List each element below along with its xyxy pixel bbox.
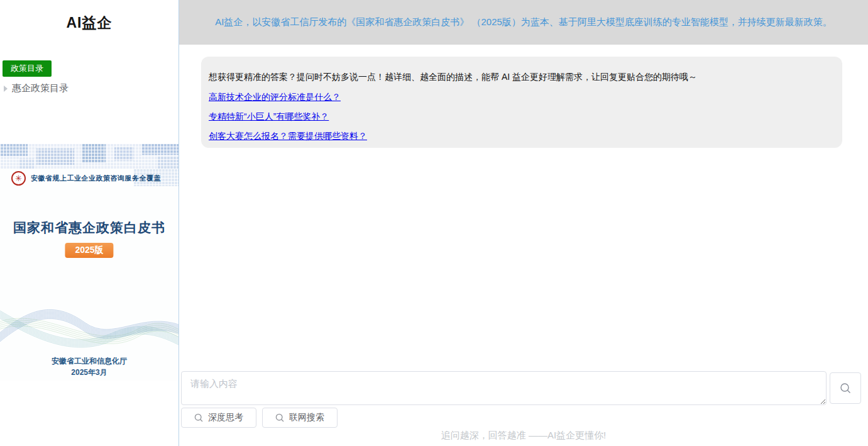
cover-tagline-row: ✳ 安徽省规上工业企业政策咨询服务全覆盖 <box>11 171 161 186</box>
announcement-banner: AI益企，以安徽省工信厅发布的《国家和省惠企政策白皮书》 （2025版）为蓝本、… <box>179 0 868 45</box>
suggested-question-link[interactable]: 专精特新“小巨人”有哪些奖补？ <box>209 111 835 123</box>
tree-item-label: 惠企政策目录 <box>12 82 69 94</box>
search-icon <box>194 413 204 423</box>
wave-decoration <box>0 291 179 362</box>
mosaic-decoration <box>0 143 179 169</box>
message-input[interactable] <box>181 371 827 405</box>
announcement-text: AI益企，以安徽省工信厅发布的《国家和省惠企政策白皮书》 （2025版）为蓝本、… <box>215 16 832 28</box>
cover-agency: 安徽省工业和信息化厅 <box>0 356 179 367</box>
cover-edition-badge: 2025版 <box>65 243 113 258</box>
sidebar: AI益企 政策目录 惠企政策目录 ✳ 安徽省规上工业企业政策咨询服务全覆盖 国家… <box>0 0 179 446</box>
cover-date: 2025年3月 <box>0 367 179 378</box>
suggested-question-link[interactable]: 高新技术企业的评分标准是什么？ <box>209 92 835 103</box>
cover-tagline: 安徽省规上工业企业政策咨询服务全覆盖 <box>31 174 161 183</box>
chevron-right-icon <box>4 86 8 92</box>
welcome-message: 想获得更精准的答案？提问时不妨多说一点！越详细、越全面的描述，能帮 AI 益企更… <box>209 72 835 83</box>
whitepaper-cover-image: ✳ 安徽省规上工业企业政策咨询服务全覆盖 国家和省惠企政策白皮书 2025版 <box>0 143 179 381</box>
cover-title: 国家和省惠企政策白皮书 <box>0 219 179 237</box>
composer-toolbar: 深度思考 联网搜索 <box>181 408 338 428</box>
deep-think-button[interactable]: 深度思考 <box>181 408 256 428</box>
composer <box>181 371 828 408</box>
sidebar-item-policy-catalog[interactable]: 惠企政策目录 <box>4 82 69 94</box>
search-icon <box>840 382 852 394</box>
government-seal-icon: ✳ <box>11 171 26 186</box>
app-logo: AI益企 <box>0 13 179 33</box>
main-area: AI益企，以安徽省工信厅发布的《国家和省惠企政策白皮书》 （2025版）为蓝本、… <box>179 0 868 446</box>
footer-tagline: 追问越深，回答越准 ——AI益企更懂你! <box>179 430 868 442</box>
web-search-button[interactable]: 联网搜索 <box>262 408 338 428</box>
web-search-label: 联网搜索 <box>289 412 324 423</box>
policy-directory-button[interactable]: 政策目录 <box>3 60 52 77</box>
assistant-message: 想获得更精准的答案？提问时不妨多说一点！越详细、越全面的描述，能帮 AI 益企更… <box>201 57 842 148</box>
deep-think-label: 深度思考 <box>208 412 243 423</box>
search-icon <box>275 413 285 423</box>
send-button[interactable] <box>830 372 861 404</box>
suggested-question-link[interactable]: 创客大赛怎么报名？需要提供哪些资料？ <box>209 131 835 142</box>
